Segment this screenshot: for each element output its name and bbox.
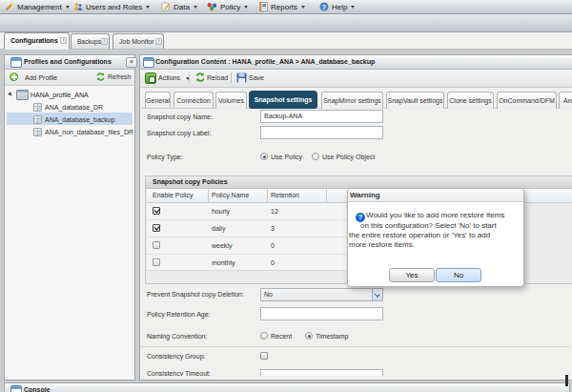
svg-text:?: ? [322,4,326,10]
